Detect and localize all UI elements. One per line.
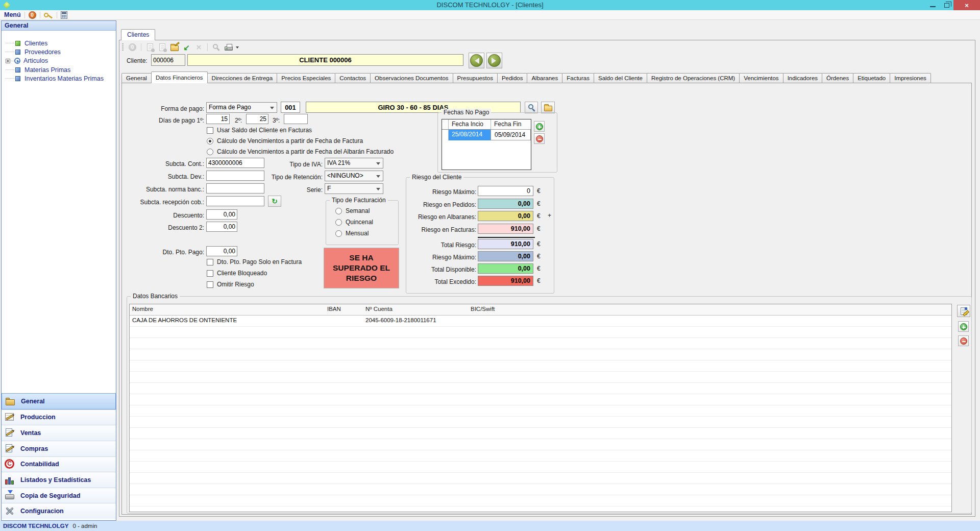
bank-table-body[interactable]: CAJA DE AHORROS DE ONTENIENTE 2045-6009-…: [130, 316, 951, 512]
section-label: Copia de Seguridad: [20, 492, 80, 499]
nombre-cell[interactable]: CAJA DE AHORROS DE ONTENIENTE: [132, 317, 237, 323]
dias-pago-label: Días de pago 1º:: [131, 115, 204, 126]
tab-albaranes[interactable]: Albaranes: [527, 73, 562, 83]
forma-pago-search-button[interactable]: [525, 102, 538, 113]
tab-vencimientos[interactable]: Vencimientos: [739, 73, 783, 83]
expand-icon[interactable]: [6, 59, 10, 63]
serie-selector[interactable]: F: [325, 183, 383, 194]
subcta-recepcion-input[interactable]: [206, 196, 264, 206]
fecha-inicio-cell[interactable]: 25/08/2014: [449, 130, 491, 140]
sidebar-item-produccion[interactable]: Produccion: [2, 409, 116, 425]
minimize-button[interactable]: [925, 0, 940, 10]
tab-direcciones-entrega[interactable]: Direcciones de Entrega: [207, 73, 278, 83]
tab-indicadores[interactable]: Indicadores: [783, 73, 822, 83]
tab-ordenes[interactable]: Órdenes: [822, 73, 853, 83]
cuenta-header: Nº Cuenta: [365, 306, 393, 312]
tab-pedidos[interactable]: Pedidos: [497, 73, 528, 83]
sidebar: General Clientes Proveedores Articulos: [1, 20, 116, 521]
dia-pago-3-input[interactable]: [284, 114, 308, 124]
edit-bank-button[interactable]: [957, 305, 970, 317]
sidebar-item-compras[interactable]: Compras: [2, 441, 116, 456]
toolbar-grip[interactable]: [122, 43, 124, 51]
next-record-button[interactable]: [486, 53, 502, 68]
previous-record-button[interactable]: [469, 53, 484, 68]
tab-registro-crm[interactable]: Registro de Operaciones (CRM): [647, 73, 740, 83]
tree-item-clientes[interactable]: Clientes: [2, 39, 116, 47]
tab-presupuestos[interactable]: Presupuestos: [453, 73, 498, 83]
key-icon[interactable]: [44, 13, 48, 17]
descuento2-input[interactable]: [206, 222, 237, 232]
client-code-input[interactable]: [151, 54, 185, 66]
sidebar-item-configuracion[interactable]: Configuracion: [2, 503, 116, 519]
record-icon[interactable]: 0: [29, 11, 36, 19]
sidebar-item-copia-seguridad[interactable]: Copia de Seguridad: [2, 488, 116, 503]
mensual-label: Mensual: [346, 230, 369, 237]
vencimientos-fecha-albaran-radio[interactable]: [207, 149, 213, 155]
tree-connector: [6, 52, 14, 52]
total-riesgo-label: Total Riesgo:: [406, 240, 476, 250]
remove-bank-button[interactable]: [958, 335, 969, 346]
cliente-bloqueado-checkbox[interactable]: [207, 270, 213, 277]
sidebar-item-listados[interactable]: Listados y Estadísticas: [2, 472, 116, 488]
dia-pago-2-input[interactable]: [246, 114, 268, 124]
vencimientos-fecha-factura-radio[interactable]: [207, 138, 213, 144]
remove-fecha-button[interactable]: [534, 133, 545, 144]
semanal-radio[interactable]: [335, 208, 342, 214]
notepad-icon: [4, 412, 16, 423]
forma-pago-selector[interactable]: Forma de Pago: [206, 102, 277, 113]
tree-item-inventarios[interactable]: Inventarios Materias Primas: [2, 74, 116, 83]
tipo-retencion-selector[interactable]: <NINGUNO>: [325, 171, 383, 181]
add-bank-button[interactable]: [958, 321, 969, 332]
sidebar-item-ventas[interactable]: Ventas: [2, 425, 116, 441]
print-dropdown-icon[interactable]: [236, 46, 239, 50]
tab-etiquetado[interactable]: Etiquetado: [853, 73, 890, 83]
restore-button[interactable]: [940, 0, 953, 10]
tab-impresiones[interactable]: Impresiones: [890, 73, 931, 83]
refresh-subcta-button[interactable]: ↻: [268, 196, 281, 207]
menu-button[interactable]: Menú: [4, 11, 21, 18]
document-tab-clientes[interactable]: Clientes: [121, 29, 155, 40]
tab-observaciones-documentos[interactable]: Observaciones Documentos: [370, 73, 453, 83]
tree-item-label: Materias Primas: [24, 66, 70, 74]
sidebar-item-contabilidad[interactable]: C Contabilidad: [2, 456, 116, 472]
import-icon[interactable]: ↙: [182, 42, 191, 52]
dto-solo-factura-checkbox[interactable]: [207, 259, 213, 266]
quincenal-radio[interactable]: [335, 219, 342, 226]
tab-datos-financieros[interactable]: Datos Financieros: [151, 71, 208, 83]
plus-suffix: +: [548, 212, 551, 219]
tab-contactos[interactable]: Contactos: [335, 73, 371, 83]
calculator-icon[interactable]: [61, 11, 67, 19]
omitir-riesgo-checkbox[interactable]: [207, 281, 213, 288]
tree-item-label: Clientes: [24, 40, 47, 47]
fechas-table-row[interactable]: 25/08/2014 05/09/2014: [442, 130, 531, 140]
tree-item-articulos[interactable]: Articulos: [2, 57, 116, 65]
cuenta-cell[interactable]: 2045-6009-18-2180011671: [365, 317, 436, 323]
tab-general[interactable]: General: [121, 73, 152, 83]
row-selector[interactable]: [442, 130, 449, 140]
forma-pago-code-input[interactable]: [281, 102, 300, 113]
add-fecha-button[interactable]: [534, 121, 545, 132]
tipo-iva-selector[interactable]: IVA 21%: [325, 158, 383, 168]
open-folder-icon[interactable]: [169, 42, 179, 52]
usar-saldo-checkbox[interactable]: [207, 127, 213, 134]
sidebar-item-general[interactable]: General: [2, 393, 116, 409]
document-pencil-icon: [4, 443, 16, 454]
tree-item-materias-primas[interactable]: Materias Primas: [2, 65, 116, 74]
descuento-input[interactable]: [206, 209, 237, 220]
currency-label: €: [537, 253, 541, 260]
client-name-field[interactable]: [187, 54, 463, 66]
forma-pago-open-button[interactable]: [541, 102, 555, 113]
tab-precios-especiales[interactable]: Precios Especiales: [277, 73, 335, 83]
tab-saldo-cliente[interactable]: Saldo del Cliente: [594, 73, 647, 83]
fecha-fin-cell[interactable]: 05/09/2014: [491, 129, 531, 140]
close-button[interactable]: ×: [953, 0, 980, 10]
tab-facturas[interactable]: Facturas: [562, 73, 594, 83]
print-icon[interactable]: [224, 42, 233, 52]
restore-icon: [944, 3, 949, 8]
riesgo-maximo-value[interactable]: 0: [478, 186, 533, 196]
dto-pronto-pago-input[interactable]: [206, 246, 237, 256]
quincenal-label: Quincenal: [346, 219, 373, 226]
tree-item-proveedores[interactable]: Proveedores: [2, 47, 116, 56]
mensual-radio[interactable]: [335, 230, 342, 237]
dia-pago-1-input[interactable]: [206, 114, 230, 124]
